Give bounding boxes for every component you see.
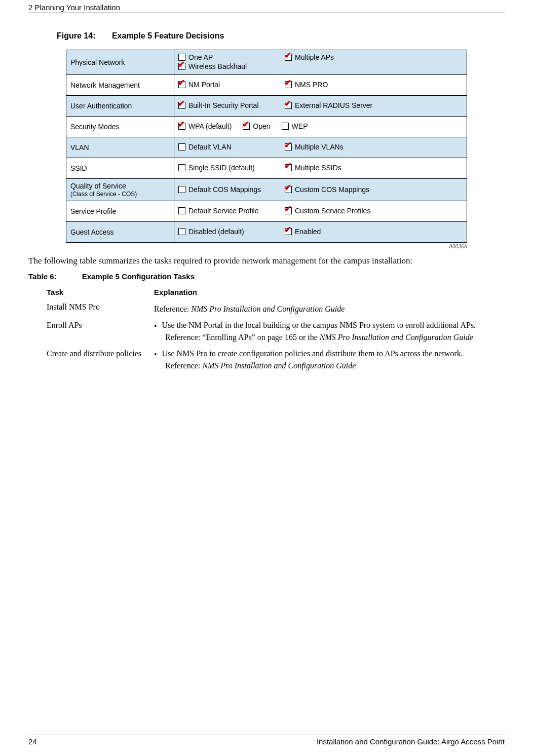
checkbox-empty-icon <box>178 143 185 150</box>
decision-option: ✔Built-In Security Portal <box>178 101 285 109</box>
decision-label-text: Physical Network <box>70 58 125 66</box>
decision-option-label: Enabled <box>295 228 321 236</box>
task-reference-prefix: Reference: <box>165 361 202 370</box>
figure-number: Figure 14: <box>57 31 109 40</box>
decision-row: Quality of Service(Class of Service - CO… <box>66 179 467 201</box>
checkbox-checked-icon: ✔ <box>178 123 185 130</box>
table-caption: Table 6: Example 5 Configuration Tasks <box>28 272 505 281</box>
decision-options: One AP✔Multiple APs✔Wireless Backhaul <box>174 50 467 75</box>
header-rule <box>28 13 505 13</box>
decision-options: ✔WPA (default)✔OpenWEP <box>174 117 467 137</box>
decision-option: Default Service Profile <box>178 207 285 215</box>
decision-label: Network Management <box>66 75 174 96</box>
decision-option-label: External RADIUS Server <box>295 101 372 109</box>
decision-label: Quality of Service(Class of Service - CO… <box>66 179 174 201</box>
decision-label-text: Service Profile <box>70 207 116 215</box>
checkbox-checked-icon: ✔ <box>178 63 185 70</box>
task-reference-title: NMS Pro Installation and Configuration G… <box>191 305 345 313</box>
page-footer: 24 Installation and Configuration Guide:… <box>28 735 505 746</box>
decision-label: Service Profile <box>66 201 174 222</box>
decision-options: ✔Built-In Security Portal✔External RADIU… <box>174 96 467 117</box>
decision-option: ✔Custom COS Mappings <box>285 185 386 194</box>
task-reference-prefix: Reference: “Enrolling APs” on page 165 o… <box>165 333 320 342</box>
task-name: Create and distribute policies <box>44 347 151 375</box>
decision-option-label: Default COS Mappings <box>188 185 261 194</box>
task-name: Install NMS Pro <box>44 300 151 319</box>
checkmark-icon: ✔ <box>284 99 291 108</box>
decision-options: Single SSID (default)✔Multiple SSIDs <box>174 158 467 179</box>
page-header: 2 Planning Your Installation <box>28 0 505 13</box>
decision-option: Default VLAN <box>178 143 285 151</box>
decision-row: Physical NetworkOne AP✔Multiple APs✔Wire… <box>66 50 467 75</box>
task-row: Create and distribute policies•Use NMS P… <box>44 347 489 375</box>
checkmark-icon: ✔ <box>178 60 185 69</box>
figure-title: Example 5 Feature Decisions <box>112 31 224 40</box>
decision-option: Default COS Mappings <box>178 185 285 194</box>
checkmark-icon: ✔ <box>284 51 291 60</box>
decision-option: ✔WPA (default) <box>178 122 232 130</box>
checkbox-empty-icon <box>178 164 185 171</box>
feature-decision-table: Physical NetworkOne AP✔Multiple APs✔Wire… <box>66 50 467 243</box>
checkmark-icon: ✔ <box>178 99 185 108</box>
decision-option-label: Multiple APs <box>295 53 334 61</box>
table-title: Example 5 Configuration Tasks <box>82 272 195 281</box>
checkbox-empty-icon <box>178 186 185 193</box>
decision-option-label: Multiple VLANs <box>295 143 344 151</box>
decision-label: Physical Network <box>66 50 174 75</box>
decision-label-text: Security Modes <box>70 123 119 131</box>
document-title: Installation and Configuration Guide: Ai… <box>317 737 505 746</box>
decision-label-text: Quality of Service <box>70 182 126 190</box>
decision-label: Guest Access <box>66 222 174 243</box>
decision-option-label: Wireless Backhaul <box>188 62 247 70</box>
task-bullet-text: Use the NM Portal in the local building … <box>162 321 476 331</box>
decision-option: ✔NMS PRO <box>285 81 386 89</box>
decision-row: SSIDSingle SSID (default)✔Multiple SSIDs <box>66 158 467 179</box>
decision-option-label: WEP <box>292 122 308 130</box>
decision-options: Default COS Mappings✔Custom COS Mappings <box>174 179 467 201</box>
figure-ref-id: A0036A <box>66 244 467 249</box>
task-explanation: Reference: NMS Pro Installation and Conf… <box>151 300 489 319</box>
decision-row: User Authentication✔Built-In Security Po… <box>66 96 467 117</box>
decision-label-text: VLAN <box>70 143 89 152</box>
decision-label-text: Guest Access <box>70 228 114 236</box>
task-header: Task <box>44 286 151 300</box>
decision-option-label: Disabled (default) <box>188 228 244 236</box>
task-bullet: •Use the NM Portal in the local building… <box>154 321 486 331</box>
task-row: Enroll APs•Use the NM Portal in the loca… <box>44 319 489 347</box>
task-reference: Reference: “Enrolling APs” on page 165 o… <box>165 333 486 342</box>
decision-option: ✔Enabled <box>285 228 386 236</box>
decision-option-label: Multiple SSIDs <box>295 164 341 172</box>
decision-option-label: Single SSID (default) <box>188 164 255 172</box>
decision-label-text: Network Management <box>70 81 140 89</box>
decision-option-label: Default Service Profile <box>188 207 259 215</box>
decision-option-label: Custom COS Mappings <box>295 185 369 194</box>
decision-label: SSID <box>66 158 174 179</box>
config-task-table: Task Explanation Install NMS ProReferenc… <box>44 286 489 375</box>
task-reference-prefix: Reference: <box>154 305 191 313</box>
checkmark-icon: ✔ <box>178 79 185 87</box>
body-paragraph: The following table summarizes the tasks… <box>28 255 505 267</box>
page-number: 24 <box>28 737 37 746</box>
task-reference-title: NMS Pro Installation and Configuration G… <box>320 333 473 342</box>
checkbox-empty-icon <box>282 123 289 130</box>
checkbox-checked-icon: ✔ <box>285 164 292 171</box>
decision-option: ✔Open <box>243 122 270 130</box>
decision-label: User Authentication <box>66 96 174 117</box>
decision-label: VLAN <box>66 137 174 158</box>
checkbox-checked-icon: ✔ <box>285 54 292 61</box>
decision-options: ✔NM Portal✔NMS PRO <box>174 75 467 96</box>
checkbox-empty-icon <box>178 228 185 235</box>
checkmark-icon: ✔ <box>284 162 291 170</box>
decision-row: VLANDefault VLAN✔Multiple VLANs <box>66 137 467 158</box>
decision-options: Default Service Profile✔Custom Service P… <box>174 201 467 222</box>
task-explanation: •Use NMS Pro to create configuration pol… <box>151 347 489 375</box>
decision-row: Security Modes✔WPA (default)✔OpenWEP <box>66 117 467 137</box>
decision-option: Disabled (default) <box>178 228 285 236</box>
task-reference: Reference: NMS Pro Installation and Conf… <box>165 361 486 370</box>
decision-option: ✔Wireless Backhaul <box>178 62 259 70</box>
decision-row: Network Management✔NM Portal✔NMS PRO <box>66 75 467 96</box>
decision-sublabel: (Class of Service - COS) <box>70 191 170 198</box>
checkmark-icon: ✔ <box>242 120 249 129</box>
checkmark-icon: ✔ <box>284 79 291 87</box>
decision-option: ✔NM Portal <box>178 81 285 89</box>
